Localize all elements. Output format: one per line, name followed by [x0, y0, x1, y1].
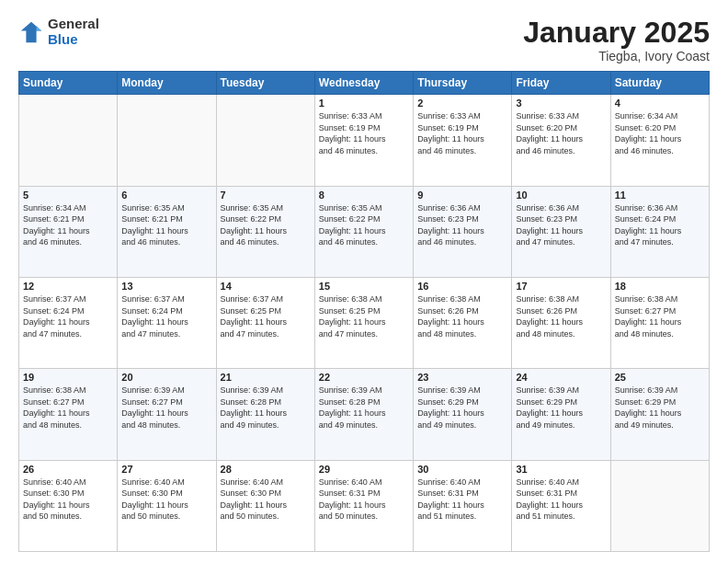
calendar-cell — [19, 95, 118, 186]
day-info: Sunrise: 6:33 AM Sunset: 6:19 PM Dayligh… — [319, 110, 409, 156]
day-info: Sunrise: 6:38 AM Sunset: 6:25 PM Dayligh… — [319, 293, 409, 339]
logo-text: General Blue — [48, 17, 99, 47]
calendar-cell: 26Sunrise: 6:40 AM Sunset: 6:30 PM Dayli… — [19, 460, 118, 551]
day-header-wednesday: Wednesday — [314, 72, 413, 95]
calendar-cell: 20Sunrise: 6:39 AM Sunset: 6:27 PM Dayli… — [118, 369, 216, 460]
week-row-5: 26Sunrise: 6:40 AM Sunset: 6:30 PM Dayli… — [19, 460, 710, 551]
day-info: Sunrise: 6:39 AM Sunset: 6:29 PM Dayligh… — [615, 385, 705, 431]
calendar-cell: 21Sunrise: 6:39 AM Sunset: 6:28 PM Dayli… — [216, 369, 314, 460]
day-info: Sunrise: 6:36 AM Sunset: 6:24 PM Dayligh… — [615, 202, 705, 248]
day-info: Sunrise: 6:40 AM Sunset: 6:31 PM Dayligh… — [516, 477, 606, 523]
page: General Blue January 2025 Tiegba, Ivory … — [0, 0, 728, 563]
day-number: 7 — [221, 190, 311, 201]
day-info: Sunrise: 6:35 AM Sunset: 6:22 PM Dayligh… — [221, 202, 311, 248]
day-number: 8 — [319, 190, 409, 201]
day-info: Sunrise: 6:36 AM Sunset: 6:23 PM Dayligh… — [516, 202, 606, 248]
day-info: Sunrise: 6:40 AM Sunset: 6:30 PM Dayligh… — [23, 477, 113, 523]
day-number: 31 — [516, 464, 606, 475]
calendar-cell: 17Sunrise: 6:38 AM Sunset: 6:26 PM Dayli… — [512, 277, 610, 368]
calendar-body: 1Sunrise: 6:33 AM Sunset: 6:19 PM Daylig… — [19, 95, 710, 552]
day-info: Sunrise: 6:38 AM Sunset: 6:26 PM Dayligh… — [417, 293, 507, 339]
day-info: Sunrise: 6:39 AM Sunset: 6:27 PM Dayligh… — [121, 385, 211, 431]
calendar-cell: 30Sunrise: 6:40 AM Sunset: 6:31 PM Dayli… — [414, 460, 512, 551]
week-row-4: 19Sunrise: 6:38 AM Sunset: 6:27 PM Dayli… — [19, 369, 710, 460]
logo-blue-text: Blue — [48, 32, 99, 48]
day-number: 3 — [516, 98, 606, 109]
calendar-cell: 25Sunrise: 6:39 AM Sunset: 6:29 PM Dayli… — [610, 369, 709, 460]
calendar-cell: 8Sunrise: 6:35 AM Sunset: 6:22 PM Daylig… — [314, 186, 413, 277]
calendar-cell: 2Sunrise: 6:33 AM Sunset: 6:19 PM Daylig… — [414, 95, 512, 186]
day-number: 11 — [615, 190, 705, 201]
title-block: January 2025 Tiegba, Ivory Coast — [523, 17, 710, 63]
calendar-cell: 15Sunrise: 6:38 AM Sunset: 6:25 PM Dayli… — [314, 277, 413, 368]
day-header-tuesday: Tuesday — [216, 72, 314, 95]
calendar-cell: 28Sunrise: 6:40 AM Sunset: 6:30 PM Dayli… — [216, 460, 314, 551]
day-info: Sunrise: 6:40 AM Sunset: 6:31 PM Dayligh… — [417, 477, 507, 523]
day-number: 1 — [319, 98, 409, 109]
day-header-thursday: Thursday — [414, 72, 512, 95]
day-header-saturday: Saturday — [610, 72, 709, 95]
day-number: 9 — [417, 190, 507, 201]
calendar-cell: 11Sunrise: 6:36 AM Sunset: 6:24 PM Dayli… — [610, 186, 709, 277]
day-info: Sunrise: 6:39 AM Sunset: 6:28 PM Dayligh… — [319, 385, 409, 431]
calendar-cell: 13Sunrise: 6:37 AM Sunset: 6:24 PM Dayli… — [118, 277, 216, 368]
header: General Blue January 2025 Tiegba, Ivory … — [18, 17, 710, 63]
day-number: 2 — [417, 98, 507, 109]
day-number: 10 — [516, 190, 606, 201]
day-number: 29 — [319, 464, 409, 475]
calendar-cell: 4Sunrise: 6:34 AM Sunset: 6:20 PM Daylig… — [610, 95, 709, 186]
svg-marker-1 — [37, 26, 42, 31]
day-info: Sunrise: 6:33 AM Sunset: 6:19 PM Dayligh… — [417, 110, 507, 156]
calendar-cell: 12Sunrise: 6:37 AM Sunset: 6:24 PM Dayli… — [19, 277, 118, 368]
calendar-cell: 23Sunrise: 6:39 AM Sunset: 6:29 PM Dayli… — [414, 369, 512, 460]
day-number: 19 — [23, 372, 113, 383]
day-info: Sunrise: 6:40 AM Sunset: 6:30 PM Dayligh… — [221, 477, 311, 523]
day-header-sunday: Sunday — [19, 72, 118, 95]
calendar-cell: 29Sunrise: 6:40 AM Sunset: 6:31 PM Dayli… — [314, 460, 413, 551]
calendar-cell: 24Sunrise: 6:39 AM Sunset: 6:29 PM Dayli… — [512, 369, 610, 460]
day-number: 6 — [121, 190, 211, 201]
day-info: Sunrise: 6:37 AM Sunset: 6:24 PM Dayligh… — [121, 293, 211, 339]
day-info: Sunrise: 6:36 AM Sunset: 6:23 PM Dayligh… — [417, 202, 507, 248]
day-info: Sunrise: 6:39 AM Sunset: 6:29 PM Dayligh… — [417, 385, 507, 431]
day-number: 17 — [516, 281, 606, 292]
week-row-1: 1Sunrise: 6:33 AM Sunset: 6:19 PM Daylig… — [19, 95, 710, 186]
logo: General Blue — [18, 17, 99, 47]
calendar-cell: 1Sunrise: 6:33 AM Sunset: 6:19 PM Daylig… — [314, 95, 413, 186]
day-number: 25 — [615, 372, 705, 383]
days-header-row: SundayMondayTuesdayWednesdayThursdayFrid… — [19, 72, 710, 95]
day-info: Sunrise: 6:35 AM Sunset: 6:22 PM Dayligh… — [319, 202, 409, 248]
calendar-header: SundayMondayTuesdayWednesdayThursdayFrid… — [19, 72, 710, 95]
calendar-cell: 14Sunrise: 6:37 AM Sunset: 6:25 PM Dayli… — [216, 277, 314, 368]
day-info: Sunrise: 6:38 AM Sunset: 6:27 PM Dayligh… — [23, 385, 113, 431]
calendar-cell: 6Sunrise: 6:35 AM Sunset: 6:21 PM Daylig… — [118, 186, 216, 277]
logo-icon — [18, 19, 44, 45]
day-header-friday: Friday — [512, 72, 610, 95]
day-info: Sunrise: 6:37 AM Sunset: 6:24 PM Dayligh… — [23, 293, 113, 339]
day-number: 13 — [121, 281, 211, 292]
day-number: 5 — [23, 190, 113, 201]
day-info: Sunrise: 6:40 AM Sunset: 6:30 PM Dayligh… — [121, 477, 211, 523]
day-number: 24 — [516, 372, 606, 383]
calendar-cell — [216, 95, 314, 186]
calendar-cell: 5Sunrise: 6:34 AM Sunset: 6:21 PM Daylig… — [19, 186, 118, 277]
day-header-monday: Monday — [118, 72, 216, 95]
svg-marker-0 — [21, 21, 41, 41]
calendar-cell: 3Sunrise: 6:33 AM Sunset: 6:20 PM Daylig… — [512, 95, 610, 186]
day-info: Sunrise: 6:38 AM Sunset: 6:27 PM Dayligh… — [615, 293, 705, 339]
calendar-cell: 7Sunrise: 6:35 AM Sunset: 6:22 PM Daylig… — [216, 186, 314, 277]
day-number: 26 — [23, 464, 113, 475]
day-number: 22 — [319, 372, 409, 383]
day-number: 16 — [417, 281, 507, 292]
day-number: 18 — [615, 281, 705, 292]
day-number: 15 — [319, 281, 409, 292]
calendar-table: SundayMondayTuesdayWednesdayThursdayFrid… — [18, 71, 710, 552]
day-number: 4 — [615, 98, 705, 109]
day-info: Sunrise: 6:35 AM Sunset: 6:21 PM Dayligh… — [121, 202, 211, 248]
calendar-cell: 18Sunrise: 6:38 AM Sunset: 6:27 PM Dayli… — [610, 277, 709, 368]
day-info: Sunrise: 6:33 AM Sunset: 6:20 PM Dayligh… — [516, 110, 606, 156]
day-number: 12 — [23, 281, 113, 292]
day-number: 20 — [121, 372, 211, 383]
calendar-cell — [118, 95, 216, 186]
day-info: Sunrise: 6:40 AM Sunset: 6:31 PM Dayligh… — [319, 477, 409, 523]
